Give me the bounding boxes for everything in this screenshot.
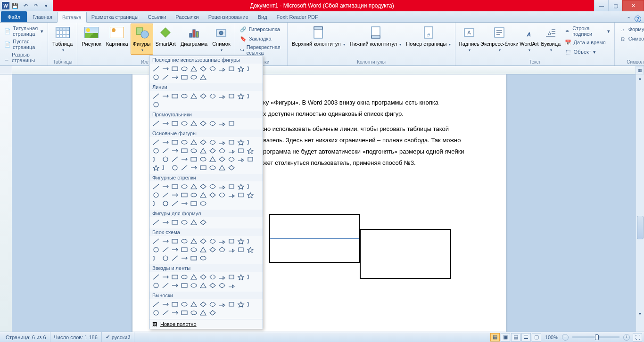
view-draft[interactable]: ▢ (532, 333, 541, 342)
shape-item[interactable] (217, 182, 227, 191)
shape-item[interactable] (217, 281, 227, 290)
shape-item[interactable] (161, 182, 170, 191)
shape-item[interactable] (180, 147, 189, 155)
view-fullscreen[interactable]: ▣ (501, 333, 510, 342)
shape-item[interactable] (227, 273, 236, 281)
shape-item[interactable] (151, 191, 161, 199)
shape-item[interactable] (227, 65, 236, 73)
shape-item[interactable] (170, 119, 180, 128)
shape-item[interactable] (180, 73, 189, 81)
shape-item[interactable] (189, 155, 198, 163)
shape-item[interactable] (208, 65, 217, 73)
shape-item[interactable] (161, 73, 170, 81)
shape-item[interactable] (170, 155, 180, 163)
chart-button[interactable]: Диаграмма (178, 24, 210, 48)
shape-item[interactable] (180, 309, 189, 317)
shape-item[interactable] (170, 245, 180, 254)
textbox-button[interactable]: AНадпись (457, 24, 480, 55)
footer-button[interactable]: Нижний колонтитул (347, 24, 404, 49)
tab-foxit[interactable]: Foxit Reader PDF (272, 11, 323, 22)
shape-item[interactable] (236, 155, 246, 163)
page-break-button[interactable]: ⎯Разрыв страницы (3, 51, 45, 64)
shape-item[interactable] (180, 119, 189, 128)
symbol-button[interactable]: ΩСимвол ▾ (618, 34, 644, 43)
shape-item[interactable] (180, 155, 189, 163)
wordart-button[interactable]: AWordArt (519, 24, 540, 55)
sigline-button[interactable]: ✒Строка подписи ▾ (563, 24, 611, 38)
shape-item[interactable] (170, 300, 180, 309)
shape-item[interactable] (227, 138, 236, 147)
shape-item[interactable] (151, 147, 161, 155)
shape-item[interactable] (227, 281, 236, 290)
shape-item[interactable] (170, 254, 180, 262)
shape-item[interactable] (170, 73, 180, 81)
shape-item[interactable] (198, 281, 208, 290)
tab-view[interactable]: Вид (253, 11, 272, 22)
shape-item[interactable] (161, 199, 170, 208)
shape-item[interactable] (170, 199, 180, 208)
shape-item[interactable] (198, 254, 208, 262)
scroll-down-icon[interactable]: ▼ (636, 310, 644, 318)
ruler-toggle[interactable]: ▦ (636, 66, 644, 74)
shape-item[interactable] (161, 281, 170, 290)
shape-item[interactable] (170, 92, 180, 100)
vertical-scrollbar[interactable]: ▲ ▼ (636, 74, 644, 332)
shape-item[interactable] (217, 273, 227, 281)
shape-item[interactable] (151, 300, 161, 309)
shape-item[interactable] (208, 182, 217, 191)
status-language[interactable]: ✔русский (102, 332, 134, 342)
shape-item[interactable] (161, 155, 170, 163)
shape-item[interactable] (198, 155, 208, 163)
smartart-button[interactable]: SmartArt (153, 24, 178, 48)
status-page[interactable]: Страница: 6 из 6 (2, 332, 50, 342)
shape-item[interactable] (217, 155, 227, 163)
shape-item[interactable] (236, 92, 246, 100)
shape-item[interactable] (180, 237, 189, 245)
minimize-ribbon-icon[interactable]: ⌃ (625, 16, 632, 22)
undo-button[interactable]: ↶ (21, 1, 30, 10)
shape-item[interactable] (180, 254, 189, 262)
redo-button[interactable]: ↷ (31, 1, 41, 10)
shape-item[interactable] (170, 147, 180, 155)
shape-item[interactable] (180, 92, 189, 100)
shape-item[interactable] (198, 119, 208, 128)
shape-item[interactable] (170, 191, 180, 199)
shape-item[interactable] (246, 138, 255, 147)
shape-item[interactable] (161, 147, 170, 155)
shape-item[interactable] (246, 273, 255, 281)
shape-item[interactable] (208, 273, 217, 281)
shape-item[interactable] (198, 309, 208, 317)
horizontal-ruler[interactable] (12, 66, 636, 74)
shape-item[interactable] (217, 191, 227, 199)
shape-item[interactable] (208, 119, 217, 128)
shape-item[interactable] (217, 147, 227, 155)
view-outline[interactable]: ☰ (521, 333, 531, 342)
shape-item[interactable] (151, 92, 161, 100)
tab-layout[interactable]: Разметка страницы (87, 11, 143, 22)
shape-item[interactable] (170, 138, 180, 147)
shape-item[interactable] (189, 199, 198, 208)
shape-item[interactable] (217, 300, 227, 309)
shape-item[interactable] (198, 218, 208, 227)
shape-item[interactable] (236, 237, 246, 245)
shape-item[interactable] (189, 281, 198, 290)
blank-page-button[interactable]: 📄Пустая страница (3, 38, 45, 51)
shape-item[interactable] (227, 119, 236, 128)
tab-home[interactable]: Главная (28, 11, 57, 22)
shape-item[interactable] (161, 300, 170, 309)
shape-item[interactable] (151, 138, 161, 147)
shape-item[interactable] (170, 65, 180, 73)
shape-item[interactable] (170, 218, 180, 227)
shape-item[interactable] (189, 163, 198, 172)
shape-item[interactable] (180, 218, 189, 227)
shape-item[interactable] (189, 218, 198, 227)
hyperlink-button[interactable]: 🔗Гиперссылка (238, 24, 284, 34)
view-print-layout[interactable]: ▦ (490, 333, 500, 342)
tab-file[interactable]: Файл (1, 11, 27, 22)
header-button[interactable]: Верхний колонтитул (289, 24, 347, 49)
zoom-fit-button[interactable]: ⛶ (633, 333, 642, 342)
shape-item[interactable] (151, 100, 161, 109)
shape-item[interactable] (189, 65, 198, 73)
shape-item[interactable] (161, 237, 170, 245)
app-icon[interactable]: W (2, 2, 9, 9)
